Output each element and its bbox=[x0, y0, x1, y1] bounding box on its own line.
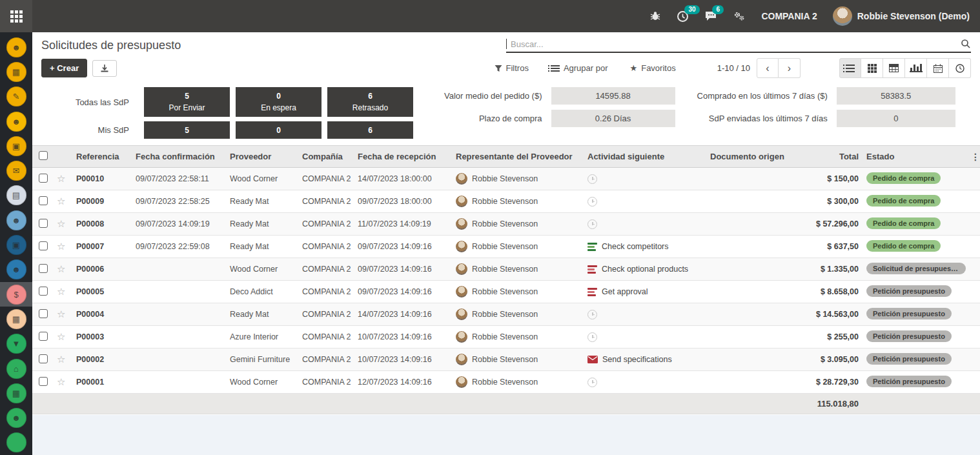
pager-previous-button[interactable]: ‹ bbox=[757, 58, 779, 78]
kpi-to-send-mine[interactable]: 5 bbox=[144, 121, 230, 139]
header-documento-origen[interactable]: Documento origen bbox=[708, 146, 799, 168]
activities-clock-icon[interactable]: 30 bbox=[677, 10, 689, 23]
kpi-waiting-all[interactable]: 0 En espera bbox=[236, 87, 322, 117]
table-row[interactable]: ☆P00006Wood CornerCOMPANIA 209/07/2023 1… bbox=[32, 258, 980, 281]
row-favorite-star[interactable]: ☆ bbox=[57, 286, 65, 297]
app-inventory[interactable]: ▦ bbox=[0, 307, 32, 331]
stat-avg-order-value[interactable]: 14595.88 bbox=[551, 87, 675, 105]
table-row[interactable]: ☆P00002Gemini FurnitureCOMPANIA 210/07/2… bbox=[32, 349, 980, 371]
cell-actividad[interactable] bbox=[587, 310, 705, 319]
table-row[interactable]: ☆P0001009/07/2023 22:58:11Wood CornerCOM… bbox=[32, 168, 980, 190]
app-elearning[interactable]: ▣ bbox=[0, 232, 32, 257]
row-favorite-star[interactable]: ☆ bbox=[57, 331, 65, 342]
app-calendar[interactable]: ▦ bbox=[0, 59, 32, 84]
company-switcher[interactable]: COMPANIA 2 bbox=[761, 11, 817, 21]
row-favorite-star[interactable]: ☆ bbox=[57, 354, 65, 365]
row-favorite-star[interactable]: ☆ bbox=[57, 218, 65, 229]
filters-button[interactable]: Filtros bbox=[495, 63, 529, 73]
header-actividad[interactable]: Actividad siguiente bbox=[585, 146, 708, 168]
row-checkbox[interactable] bbox=[39, 241, 48, 250]
pager-next-button[interactable]: › bbox=[779, 58, 801, 78]
table-row[interactable]: ☆P0000909/07/2023 22:58:25Ready MatCOMPA… bbox=[32, 190, 980, 213]
table-row[interactable]: ☆P00003Azure InteriorCOMPANIA 210/07/202… bbox=[32, 326, 980, 349]
header-fecha-recepcion[interactable]: Fecha de recepción bbox=[355, 146, 453, 168]
row-favorite-star[interactable]: ☆ bbox=[57, 308, 65, 319]
table-row[interactable]: ☆P0000709/07/2023 22:59:08Ready MatCOMPA… bbox=[32, 236, 980, 258]
header-referencia[interactable]: Referencia bbox=[74, 146, 133, 168]
cell-actividad[interactable] bbox=[587, 197, 705, 207]
cell-actividad[interactable] bbox=[587, 332, 705, 342]
table-row[interactable]: ☆P00001Wood CornerCOMPANIA 212/07/2023 1… bbox=[32, 371, 980, 394]
row-checkbox[interactable] bbox=[39, 219, 48, 228]
search-input[interactable]: Buscar... bbox=[506, 39, 971, 53]
row-favorite-star[interactable]: ☆ bbox=[57, 376, 65, 387]
row-checkbox[interactable] bbox=[39, 309, 48, 318]
app-presentation[interactable]: ▣ bbox=[0, 134, 32, 158]
cell-actividad[interactable]: Send specifications bbox=[587, 355, 705, 364]
row-checkbox[interactable] bbox=[39, 287, 48, 296]
groupby-button[interactable]: Agrupar por bbox=[551, 63, 608, 73]
row-checkbox[interactable] bbox=[39, 377, 48, 386]
view-graph-button[interactable] bbox=[905, 58, 927, 78]
optional-columns-button[interactable]: ⋮ bbox=[971, 152, 980, 162]
view-activity-button[interactable] bbox=[949, 58, 971, 78]
search-icon[interactable] bbox=[961, 39, 971, 49]
cell-actividad[interactable] bbox=[587, 219, 705, 229]
header-compania[interactable]: Compañía bbox=[300, 146, 355, 168]
cell-actividad[interactable]: Check optional products bbox=[587, 265, 705, 274]
cell-actividad[interactable]: Check competitors bbox=[587, 242, 705, 251]
table-row[interactable]: ☆P00005Deco AddictCOMPANIA 209/07/2023 1… bbox=[32, 281, 980, 303]
kpi-to-send-all[interactable]: 5 Por Enviar bbox=[144, 87, 230, 117]
header-total[interactable]: Total bbox=[799, 146, 864, 168]
stat-purchased-7d-value[interactable]: 58383.5 bbox=[837, 87, 955, 105]
app-employees[interactable]: ☻ bbox=[0, 109, 32, 134]
app-helpdesk[interactable]: ☻ bbox=[0, 208, 32, 232]
settings-gears-icon[interactable] bbox=[733, 10, 746, 22]
app-extra[interactable] bbox=[0, 430, 32, 455]
stat-lead-time-value[interactable]: 0.26 Días bbox=[551, 110, 675, 127]
view-calendar-button[interactable] bbox=[927, 58, 949, 78]
debug-bug-icon[interactable] bbox=[649, 10, 661, 22]
app-purchase[interactable]: $ bbox=[0, 282, 32, 307]
select-all-checkbox[interactable] bbox=[39, 151, 48, 160]
apps-menu-button[interactable] bbox=[0, 0, 32, 32]
row-checkbox[interactable] bbox=[39, 264, 48, 273]
app-products[interactable]: ⌂ bbox=[0, 356, 32, 381]
app-notes[interactable]: ✎ bbox=[0, 85, 32, 109]
kpi-late-mine[interactable]: 6 bbox=[327, 121, 413, 139]
view-kanban-button[interactable] bbox=[861, 58, 883, 78]
kpi-late-all[interactable]: 6 Retrasado bbox=[327, 87, 413, 117]
header-estado[interactable]: Estado bbox=[864, 146, 968, 168]
view-pivot-button[interactable] bbox=[883, 58, 905, 78]
cell-actividad[interactable] bbox=[587, 174, 705, 184]
header-fecha-confirmacion[interactable]: Fecha confirmación bbox=[133, 146, 227, 168]
export-button[interactable] bbox=[92, 60, 117, 77]
stat-sent-7d-value[interactable]: 0 bbox=[837, 110, 955, 127]
row-favorite-star[interactable]: ☆ bbox=[57, 173, 65, 184]
kpi-waiting-mine[interactable]: 0 bbox=[236, 121, 322, 139]
app-crm[interactable]: ▼ bbox=[0, 332, 32, 356]
row-favorite-star[interactable]: ☆ bbox=[57, 263, 65, 274]
header-representante[interactable]: Representante del Proveedor bbox=[453, 146, 585, 168]
app-discuss[interactable]: ✉ bbox=[0, 158, 32, 183]
row-favorite-star[interactable]: ☆ bbox=[57, 196, 65, 207]
row-checkbox[interactable] bbox=[39, 354, 48, 363]
app-accounting[interactable]: ▦ bbox=[0, 381, 32, 405]
row-checkbox[interactable] bbox=[39, 332, 48, 341]
app-contacts[interactable]: ☻ bbox=[0, 35, 32, 59]
app-meeting[interactable]: ☻ bbox=[0, 258, 32, 282]
cell-actividad[interactable] bbox=[587, 378, 705, 387]
user-menu[interactable]: Robbie Stevenson (Demo) bbox=[833, 6, 970, 26]
table-row[interactable]: ☆P0000809/07/2023 14:09:19Ready MatCOMPA… bbox=[32, 213, 980, 236]
cell-actividad[interactable]: Get approval bbox=[587, 287, 705, 296]
table-row[interactable]: ☆P00004Ready MatCOMPANIA 214/07/2023 14:… bbox=[32, 303, 980, 326]
view-list-button[interactable] bbox=[839, 58, 861, 78]
header-proveedor[interactable]: Proveedor bbox=[227, 146, 300, 168]
row-checkbox[interactable] bbox=[39, 196, 48, 205]
favorites-button[interactable]: ★ Favoritos bbox=[630, 63, 676, 73]
app-documents[interactable]: ▤ bbox=[0, 183, 32, 208]
row-favorite-star[interactable]: ☆ bbox=[57, 241, 65, 252]
row-checkbox[interactable] bbox=[39, 174, 48, 183]
create-button[interactable]: + Crear bbox=[41, 59, 87, 77]
messages-chat-icon[interactable]: 6 bbox=[704, 10, 717, 22]
